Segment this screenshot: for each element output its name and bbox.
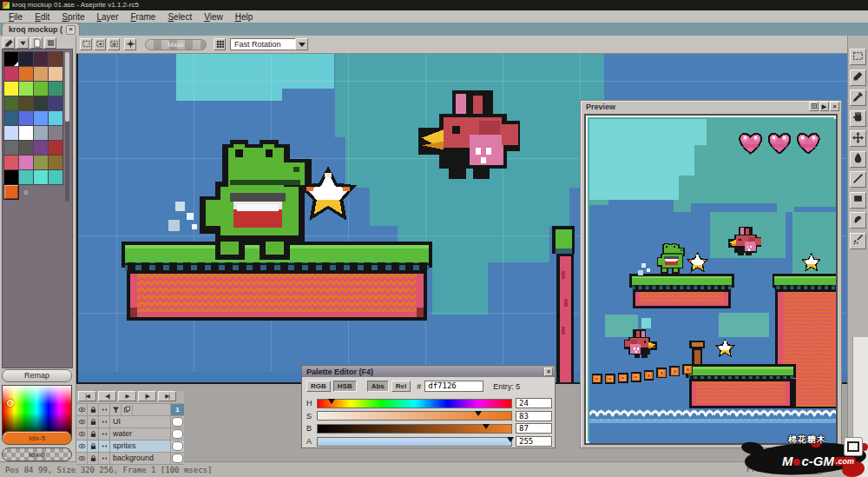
eye-icon[interactable] <box>76 453 88 464</box>
visibility-header-icon[interactable] <box>76 404 88 415</box>
rgb-model-button[interactable]: RGB <box>306 381 331 392</box>
palette-swatch-0[interactable] <box>4 52 18 66</box>
tool-paint-bucket-button[interactable] <box>850 151 866 168</box>
eye-icon[interactable] <box>76 428 88 440</box>
spectrum-cursor[interactable] <box>7 400 14 407</box>
palette-swatch-25[interactable] <box>19 141 33 155</box>
tab-kroq-mockup[interactable]: kroq mockup ( × <box>2 23 80 36</box>
palette-swatch-2[interactable] <box>34 52 48 66</box>
a-slider[interactable] <box>317 437 512 447</box>
palette-swatch-34[interactable] <box>34 170 48 184</box>
a-value-input[interactable]: 255 <box>516 436 552 447</box>
palette-swatch-17[interactable] <box>19 111 33 125</box>
sparkle-button[interactable] <box>124 38 136 50</box>
menu-frame[interactable]: Frame <box>125 12 162 22</box>
palette-swatch-14[interactable] <box>34 96 48 110</box>
foreground-color-button[interactable]: Idx-5 <box>2 431 72 445</box>
cel-cell[interactable] <box>170 441 184 452</box>
grid-button[interactable] <box>214 38 226 50</box>
layer-row-background[interactable]: background <box>76 453 184 465</box>
palette-swatch-1[interactable] <box>19 52 33 66</box>
slider-marker-icon[interactable] <box>475 411 482 416</box>
frame-1-header[interactable]: 1 <box>170 404 184 415</box>
continuous-icon[interactable] <box>99 441 110 452</box>
cel-cell[interactable] <box>170 453 184 464</box>
tool-contour-button[interactable] <box>850 212 866 229</box>
tab-close-icon[interactable]: × <box>66 25 76 35</box>
eye-icon[interactable] <box>76 441 88 452</box>
previous-frame-button[interactable]: ◀| <box>98 391 116 401</box>
palette-scrollbar-thumb[interactable] <box>65 52 69 122</box>
stepper-down-icon[interactable] <box>813 470 819 474</box>
layer-row-water[interactable]: water <box>76 428 184 441</box>
palette-swatch-27[interactable] <box>49 141 62 155</box>
lock-header-icon[interactable] <box>88 404 99 415</box>
options-button[interactable] <box>44 37 56 49</box>
palette-swatch-7[interactable] <box>49 67 62 81</box>
palette-swatch-26[interactable] <box>34 141 48 155</box>
h-value-input[interactable]: 24 <box>516 398 552 408</box>
remap-button[interactable]: Remap <box>2 369 72 382</box>
slider-marker-icon[interactable] <box>483 424 490 429</box>
slider-marker-icon[interactable] <box>507 437 514 442</box>
palette-swatch-12[interactable] <box>4 96 18 110</box>
palette-swatch-30[interactable] <box>34 156 48 169</box>
menu-view[interactable]: View <box>198 12 229 22</box>
palette-swatch-11[interactable] <box>49 82 62 96</box>
last-frame-button[interactable]: ▶| <box>158 391 176 401</box>
tool-move-button[interactable] <box>850 130 866 147</box>
menu-sprite[interactable]: Sprite <box>56 12 90 22</box>
tool-hand-button[interactable] <box>850 110 866 127</box>
preview-center-button[interactable] <box>809 102 819 111</box>
tool-rectangle-button[interactable] <box>850 192 866 209</box>
palette-swatch-33[interactable] <box>19 170 33 184</box>
palette-swatch-23[interactable] <box>49 126 62 140</box>
lock-icon[interactable] <box>88 416 99 427</box>
layer-name[interactable]: sprites <box>110 441 170 452</box>
rotation-dropdown[interactable]: Fast Rotation <box>230 38 296 50</box>
preview-close-button[interactable]: × <box>830 102 839 111</box>
rel-mode-button[interactable]: Rel <box>391 381 411 392</box>
stepper-up-icon[interactable] <box>813 466 819 469</box>
slider-marker-icon[interactable] <box>328 399 335 404</box>
lock-icon[interactable] <box>88 453 99 464</box>
b-slider[interactable] <box>317 424 512 434</box>
edit-palette-button[interactable] <box>3 37 15 49</box>
tool-rectangular-marquee-button[interactable] <box>850 49 866 65</box>
next-frame-button[interactable]: |▶ <box>138 391 156 401</box>
palette-swatch-8[interactable] <box>4 82 18 96</box>
layer-row-sprites[interactable]: sprites <box>76 441 184 453</box>
palette-scrollbar[interactable] <box>65 52 69 202</box>
continuous-icon[interactable] <box>99 428 110 440</box>
cel-cell[interactable] <box>170 428 184 440</box>
tool-pencil-button[interactable] <box>850 70 866 86</box>
palette-editor-titlebar[interactable]: Palette Editor (F4) × <box>302 366 555 377</box>
menu-file[interactable]: File <box>3 12 29 22</box>
cel-cell[interactable] <box>170 416 184 427</box>
layer-name[interactable]: water <box>110 428 170 440</box>
layer-name[interactable]: UI <box>110 416 170 427</box>
b-value-input[interactable]: 87 <box>516 423 552 434</box>
background-color-button[interactable]: Idx-0 <box>2 447 72 461</box>
palette-swatch-10[interactable] <box>34 82 48 96</box>
presets-button[interactable] <box>30 37 43 49</box>
palette-swatch-3[interactable] <box>49 52 62 66</box>
palette-swatch-16[interactable] <box>4 111 18 125</box>
lock-icon[interactable] <box>88 428 99 440</box>
h-slider[interactable] <box>317 399 512 408</box>
palette-swatch-6[interactable] <box>34 67 48 81</box>
palette-swatch-9[interactable] <box>19 82 33 96</box>
tool-eyedropper-button[interactable] <box>850 89 866 106</box>
palette-swatch-5[interactable] <box>19 67 33 81</box>
palette-swatch-28[interactable] <box>4 156 18 169</box>
mask-button[interactable]: Mask <box>145 39 207 50</box>
continuous-icon[interactable] <box>99 453 110 464</box>
palette-swatch-18[interactable] <box>34 111 48 125</box>
color-spectrum-picker[interactable] <box>2 385 72 438</box>
palette-swatch-13[interactable] <box>19 96 33 110</box>
continuous-icon[interactable] <box>99 416 110 427</box>
duplicate-header-icon[interactable] <box>122 404 133 415</box>
hex-input[interactable]: df7126 <box>424 381 483 392</box>
menu-select[interactable]: Select <box>161 12 198 22</box>
add-selection-button[interactable] <box>94 38 106 50</box>
